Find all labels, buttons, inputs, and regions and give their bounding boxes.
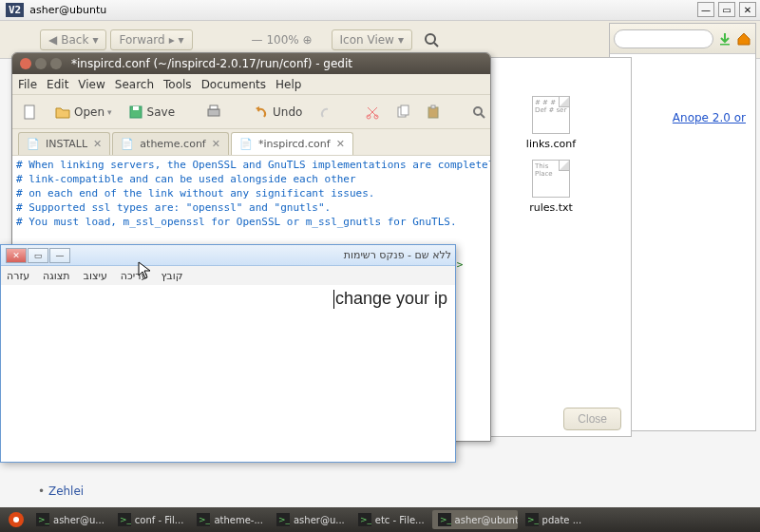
- download-icon[interactable]: [717, 31, 732, 47]
- svg-text:>_: >_: [278, 515, 290, 524]
- menu-view[interactable]: View: [78, 78, 104, 91]
- minimize-button[interactable]: —: [49, 248, 70, 263]
- svg-text:>_: >_: [527, 515, 539, 524]
- window-buttons: [20, 58, 62, 69]
- svg-text:>_: >_: [360, 515, 371, 524]
- paste-button[interactable]: [422, 103, 445, 122]
- taskbar-item[interactable]: >_atheme-...: [191, 510, 269, 529]
- svg-rect-5: [133, 106, 139, 110]
- svg-rect-7: [210, 105, 218, 109]
- menu-format[interactable]: עיצוב: [84, 270, 107, 282]
- taskbar-item[interactable]: >_asher@ubuntu: ~/atheme/bin: [432, 510, 518, 529]
- zoom-level: — 100% ⊕: [252, 33, 313, 47]
- copy-button[interactable]: [391, 103, 414, 122]
- home-icon[interactable]: [736, 31, 751, 47]
- file-item[interactable]: # # # # Def # ser links.conf: [481, 96, 621, 150]
- text-file-icon: # # # # Def # ser: [532, 96, 570, 134]
- new-button[interactable]: [18, 102, 43, 123]
- menu-tools[interactable]: Tools: [163, 78, 192, 91]
- maximize-button[interactable]: ▭: [28, 248, 48, 263]
- svg-point-14: [474, 107, 482, 115]
- menu-help[interactable]: עזרה: [7, 270, 29, 282]
- anope-link[interactable]: Anope 2.0 or: [673, 111, 746, 124]
- svg-rect-13: [431, 105, 435, 108]
- back-button[interactable]: ◀ Back ▾: [40, 29, 106, 50]
- svg-rect-6: [208, 109, 219, 116]
- tab-atheme[interactable]: 📄 atheme.conf ✕: [112, 132, 229, 155]
- close-tab-icon[interactable]: ✕: [212, 138, 220, 150]
- taskbar-item[interactable]: >_etc - File...: [352, 510, 430, 529]
- file-pane: # # # # Def # ser links.conf This Place …: [470, 57, 632, 437]
- notepad-window: ללא שם - פנקס רשימות ✕ ▭ — קובץ עריכה עי…: [0, 244, 456, 463]
- svg-point-0: [426, 34, 435, 44]
- menu-view[interactable]: תצוגה: [43, 270, 69, 282]
- maximize-icon[interactable]: [50, 58, 62, 69]
- notepad-titlebar[interactable]: ללא שם - פנקס רשימות ✕ ▭ —: [1, 245, 455, 266]
- forward-button[interactable]: Forward ▸ ▾: [110, 29, 192, 50]
- redo-button[interactable]: [314, 102, 338, 123]
- taskbar-item[interactable]: >_pdate ...: [520, 510, 588, 529]
- terminal-icon: >_: [358, 513, 371, 526]
- taskbar-item[interactable]: >_asher@u...: [30, 510, 110, 529]
- svg-rect-3: [25, 105, 34, 119]
- menu-documents[interactable]: Documents: [201, 78, 266, 91]
- notepad-text-area[interactable]: change your ip: [1, 285, 455, 462]
- close-tab-icon[interactable]: ✕: [336, 138, 345, 150]
- cut-button[interactable]: [361, 103, 384, 122]
- gedit-titlebar[interactable]: *inspircd.conf (~/inspircd-2.0.17/run/co…: [12, 53, 490, 74]
- menu-file[interactable]: קובץ: [161, 270, 182, 282]
- gedit-tabbar: 📄 INSTALL ✕ 📄 atheme.conf ✕ 📄 *inspircd.…: [12, 129, 490, 156]
- gedit-menubar: File Edit View Search Tools Documents He…: [12, 74, 490, 95]
- close-icon[interactable]: [20, 58, 31, 69]
- minimize-button[interactable]: —: [697, 2, 714, 17]
- close-button[interactable]: ✕: [6, 248, 27, 263]
- taskbar-item[interactable]: >_asher@u...: [271, 510, 351, 529]
- print-button[interactable]: [201, 102, 226, 123]
- menu-search[interactable]: Search: [115, 78, 154, 91]
- menu-file[interactable]: File: [18, 78, 37, 91]
- close-button[interactable]: ✕: [739, 2, 756, 17]
- terminal-icon: >_: [118, 513, 131, 526]
- close-button[interactable]: Close: [563, 408, 621, 430]
- view-mode-select[interactable]: Icon View ▾: [332, 29, 412, 50]
- svg-rect-2: [720, 44, 730, 46]
- file-item[interactable]: This Place rules.txt: [481, 160, 621, 214]
- menu-help[interactable]: Help: [276, 78, 301, 91]
- taskbar-item[interactable]: >_conf - Fil...: [112, 510, 190, 529]
- terminal-icon: >_: [197, 513, 210, 526]
- close-tab-icon[interactable]: ✕: [93, 138, 102, 150]
- vnc-logo: V2: [6, 3, 24, 17]
- svg-rect-12: [428, 107, 438, 118]
- svg-text:>_: >_: [440, 515, 451, 524]
- svg-text:>_: >_: [199, 515, 210, 524]
- tab-install[interactable]: 📄 INSTALL ✕: [18, 132, 110, 155]
- find-button[interactable]: [467, 103, 490, 122]
- maximize-button[interactable]: ▭: [718, 2, 735, 17]
- mouse-cursor: [138, 261, 151, 280]
- terminal-icon: >_: [438, 513, 451, 526]
- menu-edit[interactable]: Edit: [47, 78, 68, 91]
- notepad-title: ללא שם - פנקס רשימות: [344, 249, 451, 261]
- gedit-title: *inspircd.conf (~/inspircd-2.0.17/run/co…: [71, 57, 352, 70]
- tab-inspircd[interactable]: 📄 *inspircd.conf ✕: [231, 132, 353, 155]
- start-menu-button[interactable]: [4, 509, 28, 530]
- terminal-icon: >_: [276, 513, 290, 526]
- svg-line-15: [481, 114, 484, 118]
- svg-text:>_: >_: [38, 515, 49, 524]
- gedit-toolbar: Open▾ Save Undo: [12, 95, 490, 129]
- notepad-menubar: קובץ עריכה עיצוב תצוגה עזרה: [1, 266, 455, 285]
- open-button[interactable]: Open▾: [50, 102, 116, 123]
- minimize-icon[interactable]: [35, 58, 47, 69]
- terminal-icon: >_: [36, 513, 49, 526]
- svg-point-20: [13, 517, 19, 522]
- undo-button[interactable]: Undo: [249, 102, 306, 123]
- file-label: rules.txt: [481, 201, 621, 214]
- text-file-icon: This Place: [532, 160, 570, 198]
- svg-text:>_: >_: [120, 515, 131, 524]
- text-cursor: [333, 290, 334, 309]
- search-input[interactable]: [614, 29, 713, 48]
- save-button[interactable]: Save: [124, 102, 179, 123]
- list-fragment[interactable]: Zehlei: [38, 484, 84, 498]
- notepad-window-controls: ✕ ▭ —: [5, 248, 70, 263]
- search-icon[interactable]: [424, 32, 439, 48]
